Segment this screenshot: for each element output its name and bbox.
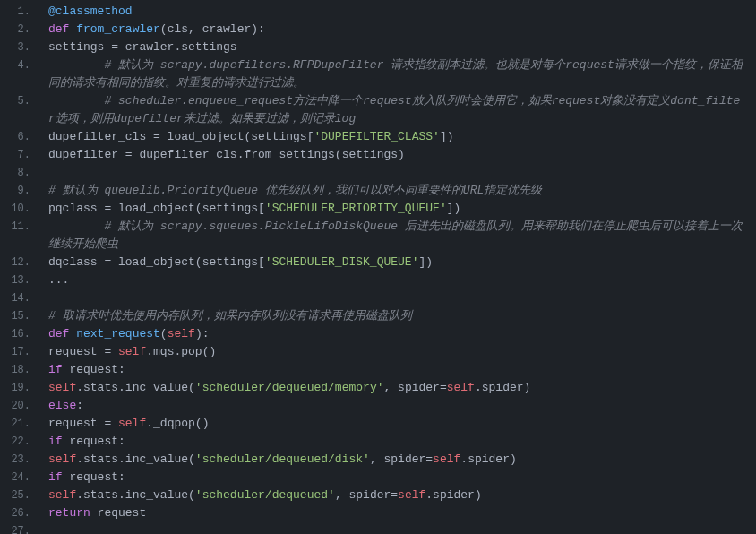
code-token: # 默认为 scrapy.squeues.PickleLifoDiskQueue… bbox=[48, 220, 743, 251]
code-token: .stats.inc_value( bbox=[76, 379, 195, 397]
code-line[interactable]: request = self.mqs.pop() bbox=[48, 343, 756, 361]
code-token: .mqs.pop() bbox=[146, 343, 216, 361]
code-line[interactable]: # 默认为 queuelib.PriorityQueue 优先级队列，我们可以对… bbox=[48, 182, 756, 200]
line-number: 7. bbox=[0, 146, 30, 164]
code-token: 'scheduler/dequeued' bbox=[195, 487, 335, 504]
line-number: 15. bbox=[0, 307, 30, 325]
code-line[interactable]: def from_crawler(cls, crawler): bbox=[48, 21, 756, 39]
code-token: ]) bbox=[418, 254, 433, 271]
code-token: request = bbox=[48, 343, 118, 361]
code-token: self bbox=[447, 379, 475, 397]
line-number: 20. bbox=[0, 397, 30, 415]
line-number: 19. bbox=[0, 379, 30, 397]
code-token: settings = crawler.settings bbox=[48, 39, 237, 56]
line-number: 22. bbox=[0, 433, 30, 451]
code-line[interactable]: if request: bbox=[48, 361, 756, 379]
code-token: if bbox=[48, 469, 63, 487]
code-line[interactable]: # 默认为 scrapy.dupefilters.RFPDupeFilter 请… bbox=[48, 56, 756, 92]
code-token: , spider= bbox=[370, 451, 433, 469]
line-number: 8. bbox=[0, 164, 30, 182]
line-number: 5. bbox=[0, 92, 30, 128]
code-line[interactable] bbox=[48, 289, 756, 307]
line-number: 9. bbox=[0, 182, 30, 200]
line-number: 17. bbox=[0, 343, 30, 361]
code-token: @classmethod bbox=[48, 3, 133, 21]
code-line[interactable]: dupefilter = dupefilter_cls.from_setting… bbox=[48, 146, 756, 164]
code-token: 'DUPEFILTER_CLASS' bbox=[314, 128, 439, 146]
line-number: 18. bbox=[0, 361, 30, 379]
code-token: def bbox=[48, 325, 76, 343]
code-token: # 默认为 queuelib.PriorityQueue 优先级队列，我们可以对… bbox=[48, 182, 542, 200]
code-token: , spider= bbox=[335, 487, 398, 504]
code-line[interactable]: # scheduler.enqueue_request方法中降一个request… bbox=[48, 92, 756, 128]
code-line[interactable]: dupefilter_cls = load_object(settings['D… bbox=[48, 128, 756, 146]
code-token: # 默认为 scrapy.dupefilters.RFPDupeFilter 请… bbox=[48, 58, 743, 90]
code-token: self bbox=[48, 487, 76, 504]
code-token: : bbox=[76, 397, 83, 415]
code-line[interactable] bbox=[48, 522, 756, 534]
code-line[interactable]: # 默认为 scrapy.squeues.PickleLifoDiskQueue… bbox=[48, 218, 756, 254]
code-token: , spider= bbox=[383, 379, 446, 397]
code-line[interactable]: pqclass = load_object(settings['SCHEDULE… bbox=[48, 200, 756, 218]
code-token: self bbox=[433, 451, 460, 469]
line-number: 10. bbox=[0, 200, 30, 218]
code-line[interactable]: @classmethod bbox=[48, 3, 756, 21]
line-number: 14. bbox=[0, 289, 30, 307]
code-token: .stats.inc_value( bbox=[76, 451, 195, 469]
code-line[interactable]: dqclass = load_object(settings['SCHEDULE… bbox=[48, 254, 756, 271]
code-token: request = bbox=[48, 415, 118, 433]
code-token: next_request bbox=[76, 325, 160, 343]
code-token: self bbox=[118, 415, 146, 433]
code-line[interactable]: return request bbox=[48, 504, 756, 522]
code-token: # scheduler.enqueue_request方法中降一个request… bbox=[48, 94, 740, 125]
code-token: ( bbox=[160, 325, 168, 343]
code-token: request bbox=[90, 504, 146, 522]
code-line[interactable]: if request: bbox=[48, 469, 756, 487]
code-token: # 取请求时优先使用内存队列，如果内存队列没有请求再使用磁盘队列 bbox=[48, 307, 412, 325]
code-token: request: bbox=[63, 433, 125, 451]
code-token: ._dqpop() bbox=[146, 415, 209, 433]
code-token: ): bbox=[195, 325, 210, 343]
code-token: self bbox=[48, 379, 76, 397]
code-line[interactable]: self.stats.inc_value('scheduler/dequeued… bbox=[48, 379, 756, 397]
code-token: dqclass = load_object(settings[ bbox=[48, 254, 265, 271]
code-line[interactable]: request = self._dqpop() bbox=[48, 415, 756, 433]
code-token: self bbox=[168, 325, 195, 343]
code-line[interactable] bbox=[48, 164, 756, 182]
code-token: .spider) bbox=[460, 451, 516, 469]
line-number: 26. bbox=[0, 504, 30, 522]
code-line[interactable]: settings = crawler.settings bbox=[48, 39, 756, 56]
code-token: dupefilter = dupefilter_cls.from_setting… bbox=[48, 146, 405, 164]
code-line[interactable]: else: bbox=[48, 397, 756, 415]
code-token: dupefilter_cls = load_object(settings[ bbox=[48, 128, 314, 146]
code-token: if bbox=[48, 361, 63, 379]
code-line[interactable]: self.stats.inc_value('scheduler/dequeued… bbox=[48, 451, 756, 469]
line-number: 11. bbox=[0, 218, 30, 254]
code-token: request: bbox=[63, 469, 125, 487]
code-token: return bbox=[48, 504, 90, 522]
code-editor-area[interactable]: @classmethod def from_crawler(cls, crawl… bbox=[38, 0, 756, 534]
code-token: 'SCHEDULER_DISK_QUEUE' bbox=[265, 254, 419, 271]
code-token: request: bbox=[63, 361, 125, 379]
code-line[interactable]: # 取请求时优先使用内存队列，如果内存队列没有请求再使用磁盘队列 bbox=[48, 307, 756, 325]
code-token: 'scheduler/dequeued/memory' bbox=[195, 379, 384, 397]
code-token: .spider) bbox=[475, 379, 530, 397]
code-line[interactable]: def next_request(self): bbox=[48, 325, 756, 343]
code-token: def bbox=[48, 21, 76, 39]
code-token: (cls, crawler): bbox=[160, 21, 265, 39]
code-token: else bbox=[48, 397, 76, 415]
code-token: ]) bbox=[440, 128, 454, 146]
line-number: 23. bbox=[0, 451, 30, 469]
code-token: if bbox=[48, 433, 63, 451]
code-token: ]) bbox=[447, 200, 461, 218]
code-line[interactable]: if request: bbox=[48, 433, 756, 451]
line-number: 25. bbox=[0, 487, 30, 504]
code-token: .spider) bbox=[425, 487, 481, 504]
code-line[interactable]: ... bbox=[48, 271, 756, 289]
code-token: 'SCHEDULER_PRIORITY_QUEUE' bbox=[265, 200, 447, 218]
code-line[interactable]: self.stats.inc_value('scheduler/dequeued… bbox=[48, 487, 756, 504]
code-token: .stats.inc_value( bbox=[76, 487, 195, 504]
line-number: 24. bbox=[0, 469, 30, 487]
code-token: self bbox=[118, 343, 146, 361]
line-number: 1. bbox=[0, 3, 30, 21]
